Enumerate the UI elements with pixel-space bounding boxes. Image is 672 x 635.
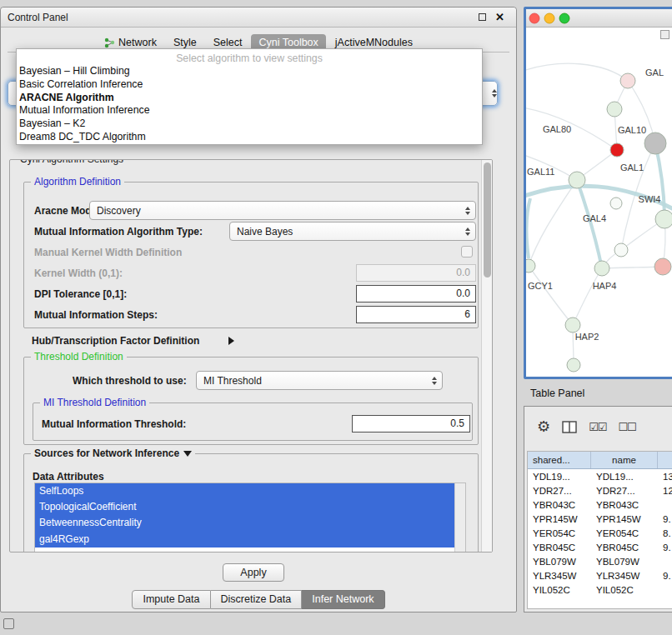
algorithm-option[interactable]: Dream8 DC_TDC Algorithm [17, 131, 482, 144]
node-hap2[interactable] [565, 318, 580, 332]
expanded-arrow-icon[interactable] [183, 451, 192, 457]
table-cell: YLR345W [528, 568, 591, 582]
algorithm-dropdown-popup: Select algorithm to view settings Bayesi… [16, 48, 483, 145]
network-view-window: GAL GAL80 GAL10 GAL11 GAL1 SWI4 GAL4 GCY… [524, 7, 672, 379]
float-window-icon[interactable] [479, 13, 486, 21]
algorithm-option[interactable]: Mutual Information Inference [17, 104, 482, 118]
node-label: HAP4 [593, 281, 617, 291]
node-gcy1[interactable] [526, 259, 535, 272]
threshold-definition-group: Threshold Definition Which threshold to … [23, 357, 479, 445]
attribute-list-item[interactable]: gal4RGexp [35, 532, 454, 548]
node[interactable] [610, 198, 622, 209]
close-icon[interactable]: ✕ [495, 10, 504, 25]
table-panel-title: Table Panel [530, 388, 584, 399]
table-row[interactable]: YBL079WYBL079W [528, 554, 672, 568]
table-row[interactable]: YPR145WYPR145W9. [528, 512, 672, 526]
attribute-list-item[interactable]: BetweennessCentrality [35, 515, 454, 531]
node-label: GAL4 [583, 213, 606, 223]
node[interactable] [654, 258, 671, 275]
table-cell: YIL052C [528, 582, 591, 597]
column-header-shared-name[interactable]: shared... [528, 452, 591, 468]
mi-steps-field[interactable]: 6 [356, 306, 476, 323]
node-hub[interactable] [644, 132, 666, 154]
table-cell: 13 [658, 469, 672, 483]
mi-threshold-group-title: MI Threshold Definition [40, 397, 149, 408]
canvas-scroll-corner[interactable] [660, 30, 669, 39]
minimize-traffic-light[interactable] [544, 13, 554, 23]
algorithm-definition-group: Algorithm Definition Aracne Mode: Discov… [23, 182, 479, 328]
table-row[interactable]: YER054CYER054C8. [528, 526, 672, 540]
table-panel-window: ⚙ ☑☑ ☐☐ shared... name YDL19...YDL19...1… [524, 406, 672, 612]
zoom-traffic-light[interactable] [559, 13, 569, 23]
which-threshold-combobox[interactable]: MI Threshold [196, 371, 443, 390]
dpi-tolerance-field[interactable]: 0.0 [356, 285, 476, 302]
table-cell: YPR145W [528, 512, 591, 526]
list-scrollbar[interactable] [454, 483, 465, 552]
node-gal80[interactable] [620, 73, 635, 88]
table-row[interactable]: YIL052CYIL052C [528, 582, 672, 597]
table-columns-icon[interactable] [562, 421, 577, 433]
combo-arrows-icon [465, 228, 470, 236]
table-row[interactable]: YLR345WYLR345W9. [528, 568, 672, 582]
node[interactable] [614, 243, 628, 257]
node-label: GAL11 [527, 167, 554, 177]
settings-scrollbar-thumb[interactable] [484, 162, 491, 278]
node-label: GAL [645, 68, 664, 78]
algorithm-option[interactable]: Basic Correlation Inference [17, 78, 482, 92]
table-row[interactable]: YDL19...YDL19...13 [528, 469, 672, 483]
combo-arrows-icon [465, 207, 470, 215]
attribute-list-item[interactable]: TopologicalCoefficient [35, 499, 454, 515]
gear-icon[interactable]: ⚙ [537, 419, 550, 434]
network-canvas[interactable]: GAL GAL80 GAL10 GAL11 GAL1 SWI4 GAL4 GCY… [526, 28, 672, 377]
panel-grip-icon[interactable] [3, 618, 14, 629]
table-cell: 12 [658, 483, 672, 498]
settings-scrollbar[interactable] [481, 160, 493, 552]
collapsed-arrow-icon[interactable] [228, 337, 234, 345]
unchecked-boxes-icon[interactable]: ☐☐ [618, 421, 635, 433]
column-header[interactable] [658, 452, 672, 468]
table-cell: YDL19... [528, 469, 591, 483]
hub-definition-label: Hub/Transcription Factor Definition [32, 335, 199, 347]
sources-group-title[interactable]: Sources for Network Inference [31, 448, 195, 459]
node-gal10[interactable] [610, 143, 624, 157]
kernel-width-field[interactable]: 0.0 [356, 264, 476, 282]
table-cell: YER054C [528, 526, 591, 540]
node[interactable] [607, 102, 622, 117]
node[interactable] [567, 358, 580, 372]
control-panel-titlebar[interactable]: Control Panel ✕ [1, 8, 516, 28]
node-gal11[interactable] [569, 172, 585, 188]
tab-infer-network[interactable]: Infer Network [302, 590, 384, 609]
mi-type-combobox[interactable]: Naive Bayes [229, 222, 476, 241]
which-threshold-label: Which threshold to use: [73, 375, 187, 387]
algorithm-option[interactable]: Bayesian – K2 [17, 118, 482, 131]
algorithm-option[interactable]: ARACNE Algorithm [17, 92, 482, 105]
table-cell: YER054C [591, 526, 658, 540]
tab-impute-data[interactable]: Impute Data [132, 590, 210, 609]
mi-threshold-field[interactable]: 0.5 [352, 415, 470, 432]
table-cell [658, 498, 672, 512]
hub-definition-expander[interactable]: Hub/Transcription Factor Definition [10, 333, 492, 348]
table-cell: YBR045C [591, 540, 658, 554]
combo-arrows-icon [492, 89, 497, 98]
manual-kernel-checkbox[interactable] [461, 246, 473, 258]
table-row[interactable]: YBR045CYBR045C9. [528, 540, 672, 554]
settings-group-title: Cyni Algorithm Settings [17, 159, 127, 165]
network-window-titlebar[interactable] [526, 9, 672, 28]
table-row[interactable]: YBR043CYBR043C [528, 498, 672, 512]
algorithm-option[interactable]: Bayesian – Hill Climbing [17, 65, 482, 78]
table-cell: YBR045C [528, 540, 591, 554]
checked-boxes-icon[interactable]: ☑☑ [589, 421, 606, 433]
apply-button[interactable]: Apply [223, 563, 284, 582]
aracne-mode-combobox[interactable]: Discovery [89, 201, 476, 220]
column-header-name[interactable]: name [591, 452, 658, 468]
table-cell: YLR345W [591, 568, 658, 582]
tab-discretize-data[interactable]: Discretize Data [211, 590, 303, 609]
close-traffic-light[interactable] [529, 13, 539, 23]
node-hap4[interactable] [594, 261, 609, 276]
table-cell: YDR27... [591, 483, 658, 498]
node-swi4[interactable] [655, 210, 672, 228]
network-tab-icon [104, 38, 115, 48]
table-row[interactable]: YDR27...YDR27...12 [528, 483, 672, 498]
table-body: YDL19...YDL19...13YDR27...YDR27...12YBR0… [528, 469, 672, 597]
attribute-list-item[interactable]: SelfLoops [35, 483, 454, 499]
